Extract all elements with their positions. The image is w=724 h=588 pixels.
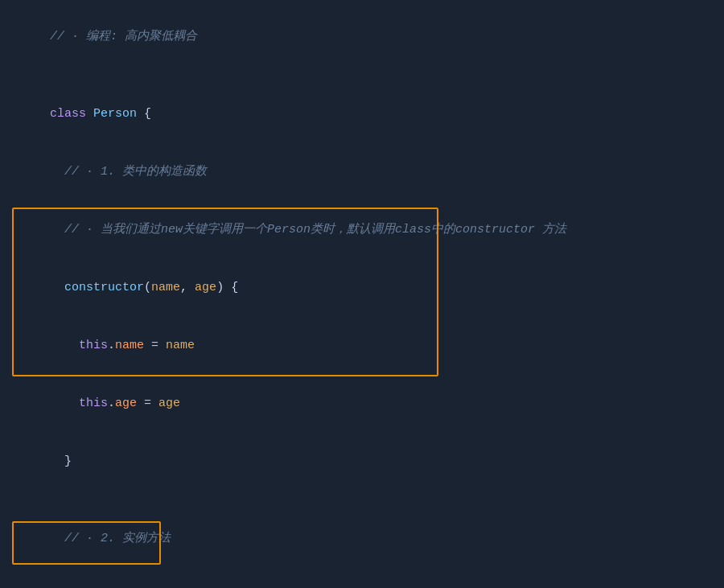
- line-comment-title: // · 编程: 高内聚低耦合: [0, 8, 724, 66]
- class-name: Person: [93, 107, 144, 121]
- comma-1: ,: [180, 281, 195, 294]
- line-class-def: class Person {: [0, 85, 724, 143]
- line-constructor-def: constructor(name, age) {: [0, 259, 724, 317]
- line-running-def: running() {: [0, 568, 724, 588]
- indent-this-age: [50, 397, 79, 410]
- line-comment-3: // · 2. 实例方法: [0, 510, 724, 568]
- property-age: age: [115, 397, 137, 410]
- eq-1: =: [144, 339, 166, 352]
- paren-open: (: [144, 281, 151, 294]
- line-this-name: this.name = name: [0, 317, 724, 375]
- code-editor: // · 编程: 高内聚低耦合 class Person { // · 1. 类…: [0, 0, 724, 588]
- eq-2: =: [137, 397, 158, 410]
- keyword-class: class: [50, 107, 93, 121]
- this-keyword-1: this: [79, 339, 108, 352]
- param-age: age: [195, 281, 216, 294]
- constructor-keyword: constructor: [64, 281, 144, 294]
- comment-1-text: // · 1. 类中的构造函数: [50, 165, 207, 179]
- dot-1: .: [108, 339, 115, 352]
- line-comment-1: // · 1. 类中的构造函数: [0, 143, 724, 201]
- this-keyword-2: this: [79, 397, 108, 410]
- dot-2: .: [108, 397, 115, 410]
- comment-title-text: // · 编程: 高内聚低耦合: [50, 30, 197, 43]
- indent-constructor: [50, 281, 64, 294]
- paren-close: ) {: [216, 281, 238, 294]
- open-brace: {: [144, 107, 151, 121]
- close-constructor-brace: }: [50, 454, 72, 468]
- indent-this-name: [50, 339, 79, 352]
- value-age: age: [158, 397, 180, 410]
- comment-2-text: // · 当我们通过new关键字调用一个Person类时，默认调用class中的…: [50, 223, 566, 236]
- value-name: name: [166, 339, 195, 352]
- line-comment-2: // · 当我们通过new关键字调用一个Person类时，默认调用class中的…: [0, 201, 724, 259]
- line-close-constructor: }: [0, 433, 724, 491]
- param-name: name: [151, 281, 180, 294]
- property-name: name: [115, 339, 144, 352]
- line-this-age: this.age = age: [0, 375, 724, 433]
- comment-3-text: // · 2. 实例方法: [50, 532, 171, 545]
- line-blank-2: [0, 491, 724, 510]
- line-blank-1: [0, 66, 724, 85]
